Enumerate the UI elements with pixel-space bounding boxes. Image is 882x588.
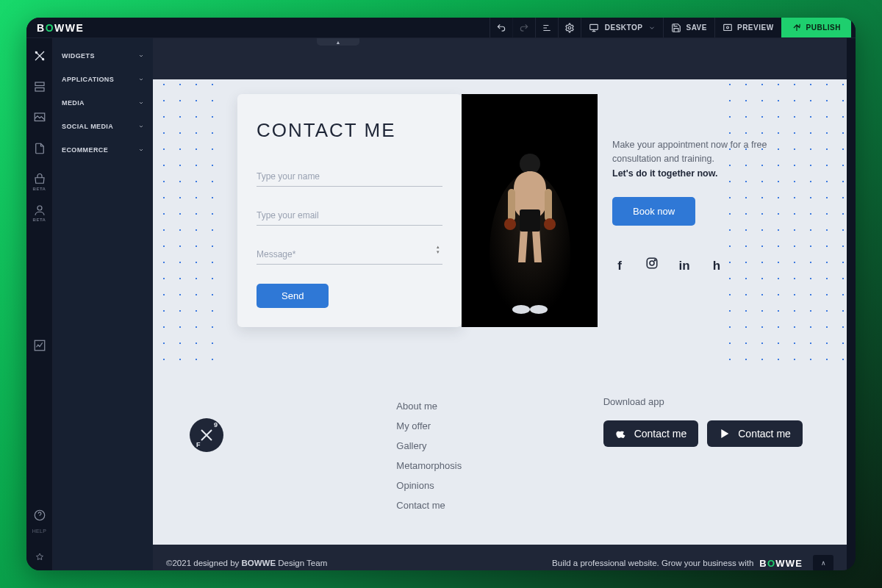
site-preview: CONTACT ME ▴▾ Send — [153, 38, 847, 570]
svg-point-18 — [504, 218, 516, 230]
panel-item-label: MEDIA — [62, 99, 85, 107]
svg-point-20 — [512, 305, 530, 314]
panel-item-widgets[interactable]: WIDGETS — [53, 44, 153, 68]
beta-badge: BETA — [33, 187, 46, 191]
layers-button[interactable] — [535, 18, 558, 37]
panel-item-media[interactable]: MEDIA — [53, 91, 153, 115]
footer-link[interactable]: Opinions — [396, 476, 603, 495]
contact-aside: Make your appointment now for a free con… — [612, 94, 803, 327]
svg-point-0 — [568, 26, 571, 29]
linkedin-icon[interactable]: in — [677, 257, 692, 276]
rail-ecommerce[interactable]: BETA — [32, 172, 47, 187]
contact-section[interactable]: CONTACT ME ▴▾ Send — [153, 79, 847, 364]
textarea-resize-icon[interactable]: ▴▾ — [434, 245, 442, 254]
apple-icon — [615, 428, 627, 440]
rail-users[interactable]: BETA — [32, 203, 47, 218]
svg-point-9 — [37, 206, 42, 210]
playstore-button[interactable]: Contact me — [707, 420, 803, 447]
svg-rect-10 — [35, 340, 45, 351]
message-input[interactable] — [257, 245, 442, 265]
svg-point-3 — [727, 26, 729, 28]
preview-label: PREVIEW — [737, 24, 774, 32]
aside-text-bold: Let's do it together now. — [612, 168, 717, 179]
rail-pin[interactable] — [32, 550, 47, 564]
instagram-icon[interactable] — [645, 257, 659, 276]
save-button[interactable]: SAVE — [663, 18, 714, 37]
svg-point-14 — [520, 154, 540, 174]
scroll-top-button[interactable]: ∧ — [813, 555, 833, 570]
houzz-icon[interactable]: h — [709, 257, 724, 276]
beta-badge: BETA — [33, 218, 46, 222]
panel-item-ecommerce[interactable]: ECOMMERCE — [53, 138, 153, 162]
send-button[interactable]: Send — [257, 284, 329, 308]
svg-point-23 — [650, 261, 654, 265]
contact-form-card: CONTACT ME ▴▾ Send — [237, 94, 462, 327]
svg-rect-16 — [508, 189, 515, 221]
hero-section[interactable] — [153, 38, 847, 79]
svg-rect-7 — [35, 88, 44, 92]
contact-heading: CONTACT ME — [257, 119, 442, 142]
device-select[interactable]: Desktop — [581, 18, 664, 37]
panel-item-applications[interactable]: APPLICATIONS — [53, 68, 153, 91]
person-illustration — [486, 136, 574, 327]
svg-point-19 — [544, 218, 556, 230]
site-logo-badge: 9 F — [190, 418, 223, 452]
svg-rect-17 — [545, 189, 552, 221]
brand-pre: B — [37, 22, 46, 34]
rail-media[interactable] — [32, 110, 47, 125]
play-icon — [719, 428, 731, 440]
download-label: Contact me — [738, 428, 791, 440]
chevron-down-icon — [138, 100, 144, 106]
brand-post: WWE — [54, 22, 84, 34]
svg-rect-15 — [520, 209, 540, 232]
aside-text: Make your appointment now for a free con… — [612, 138, 803, 167]
footer-link[interactable]: Metamorphosis — [396, 456, 603, 476]
chevron-down-icon — [138, 76, 144, 82]
svg-point-21 — [530, 305, 548, 314]
top-bar: BOWWE Desktop SAVE PREVIEW P — [26, 18, 856, 38]
copyright: ©2021 designed by BOWWE Design Team — [166, 559, 327, 567]
appstore-button[interactable]: Contact me — [603, 420, 699, 447]
email-input[interactable] — [257, 206, 442, 226]
settings-button[interactable] — [558, 18, 581, 37]
footer-link[interactable]: About me — [396, 396, 603, 416]
help-label: HELP — [32, 528, 47, 534]
rail-analytics[interactable] — [32, 338, 47, 353]
app-window: BOWWE Desktop SAVE PREVIEW P — [26, 18, 856, 570]
footer-link[interactable]: My offer — [396, 416, 603, 436]
footer-section[interactable]: 9 F About me My offer Gallery Metamorpho… — [153, 364, 847, 545]
social-row: f in h — [612, 257, 803, 276]
panel-collapse-handle[interactable] — [317, 38, 359, 46]
promo-text: Build a professional website. Grow your … — [552, 559, 753, 567]
preview-button[interactable]: PREVIEW — [714, 18, 781, 37]
publish-button[interactable]: PUBLISH — [781, 18, 851, 37]
svg-rect-6 — [35, 82, 44, 86]
rail-pages[interactable] — [32, 141, 47, 156]
svg-rect-1 — [590, 24, 598, 29]
download-label: Contact me — [634, 428, 687, 440]
editor-canvas[interactable]: CONTACT ME ▴▾ Send — [153, 38, 847, 570]
undo-button[interactable] — [490, 18, 512, 37]
footer-link[interactable]: Contact me — [396, 495, 603, 515]
rail-help[interactable] — [32, 508, 47, 523]
bottom-bar: ©2021 designed by BOWWE Design Team Buil… — [153, 545, 847, 570]
device-label: Desktop — [605, 24, 643, 32]
panel-item-social[interactable]: SOCIAL MEDIA — [53, 115, 153, 138]
facebook-icon[interactable]: f — [612, 257, 627, 276]
widgets-panel: WIDGETS APPLICATIONS MEDIA SOCIAL MEDIA … — [53, 38, 153, 570]
brand-logo: BOWWE — [37, 22, 84, 34]
svg-rect-2 — [724, 24, 732, 30]
footer-link[interactable]: Gallery — [396, 436, 603, 456]
rail-sections[interactable] — [32, 79, 47, 94]
panel-item-label: ECOMMERCE — [62, 146, 108, 154]
chevron-down-icon — [648, 24, 656, 32]
publish-label: PUBLISH — [806, 24, 841, 32]
contact-image[interactable] — [462, 94, 598, 327]
rail-widgets[interactable] — [32, 49, 47, 63]
book-now-button[interactable]: Book now — [612, 197, 695, 226]
redo-button[interactable] — [512, 18, 535, 37]
bowwe-mini-logo[interactable]: BOWWE — [759, 558, 803, 569]
name-input[interactable] — [257, 167, 442, 187]
save-label: SAVE — [686, 24, 707, 32]
chevron-down-icon — [138, 123, 144, 129]
